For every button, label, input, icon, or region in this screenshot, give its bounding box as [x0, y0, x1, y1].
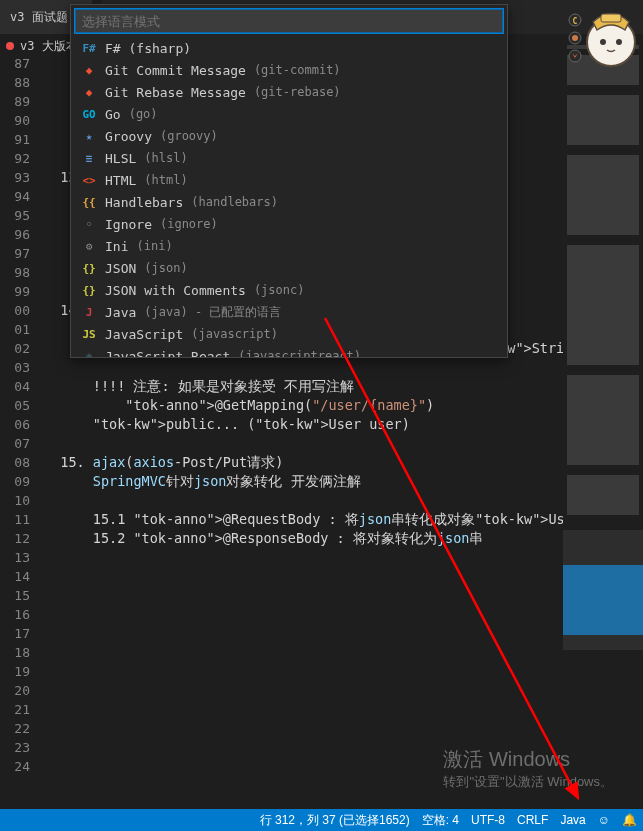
code-line[interactable]: SpringMVC针对json对象转化 开发俩注解 [40, 472, 563, 491]
code-line[interactable] [40, 434, 563, 453]
language-option-hint: (jsonc) [254, 283, 305, 297]
language-option-html[interactable]: <>HTML(html) [71, 169, 507, 191]
line-number: 03 [0, 358, 30, 377]
language-option-hint: (html) [144, 173, 187, 187]
line-number: 96 [0, 225, 30, 244]
language-option-json[interactable]: {}JSON with Comments(jsonc) [71, 279, 507, 301]
json-icon: {} [81, 282, 97, 298]
git-icon: ◆ [81, 62, 97, 78]
ignore-icon: ◦ [81, 216, 97, 232]
line-number: 92 [0, 149, 30, 168]
line-number: 93 [0, 168, 30, 187]
language-option-hint: (javascript) [191, 327, 278, 341]
language-option-hint: (java) - 已配置的语言 [144, 304, 281, 321]
line-number: 20 [0, 681, 30, 700]
notifications-bell-icon[interactable]: 🔔 [616, 809, 643, 831]
status-bar: 行 312，列 37 (已选择1652) 空格: 4 UTF-8 CRLF Ja… [0, 809, 643, 831]
code-line[interactable] [40, 358, 563, 377]
line-number: 89 [0, 92, 30, 111]
code-line[interactable]: "tok-anno">@GetMapping("/user/{name}") [40, 396, 563, 415]
code-line[interactable]: 15.2 "tok-anno">@ResponseBody : 将对象转化为js… [40, 529, 563, 548]
language-option-hlsl[interactable]: ≡HLSL(hlsl) [71, 147, 507, 169]
code-line[interactable]: 15.1 "tok-anno">@RequestBody : 将json串转化成… [40, 510, 563, 529]
watermark-title: 激活 Windows [443, 746, 613, 773]
language-picker-list: F#F# (fsharp)◆Git Commit Message(git-com… [71, 37, 507, 357]
line-number: 23 [0, 738, 30, 757]
language-option-handlebars[interactable]: {{Handlebars(handlebars) [71, 191, 507, 213]
language-option-label: JavaScript [105, 327, 183, 342]
language-option-git[interactable]: ◆Git Commit Message(git-commit) [71, 59, 507, 81]
language-option-hint: (git-rebase) [254, 85, 341, 99]
line-number: 01 [0, 320, 30, 339]
line-number: 06 [0, 415, 30, 434]
javascript-icon: JS [81, 326, 97, 342]
language-option-javascript[interactable]: ⚛JavaScript React(javascriptreact) [71, 345, 507, 357]
language-option-java[interactable]: JJava(java) - 已配置的语言 [71, 301, 507, 323]
svg-point-9 [572, 35, 578, 41]
language-option-label: Handlebars [105, 195, 183, 210]
status-cursor-position[interactable]: 行 312，列 37 (已选择1652) [254, 809, 416, 831]
line-number: 02 [0, 339, 30, 358]
language-option-hint: (ignore) [160, 217, 218, 231]
line-number: 11 [0, 510, 30, 529]
line-number: 98 [0, 263, 30, 282]
minimap[interactable] [563, 35, 643, 809]
status-language-mode[interactable]: Java [554, 809, 591, 831]
line-number: 22 [0, 719, 30, 738]
code-line[interactable]: 15. ajax(axios-Post/Put请求) [40, 453, 563, 472]
language-option-hint: (groovy) [160, 129, 218, 143]
code-line[interactable] [40, 548, 563, 567]
go-icon: GO [81, 106, 97, 122]
language-option-label: Git Rebase Message [105, 85, 246, 100]
language-option-hint: (ini) [136, 239, 172, 253]
language-option-json[interactable]: {}JSON(json) [71, 257, 507, 279]
svg-text:C: C [573, 17, 578, 26]
javascript-icon: ⚛ [81, 348, 97, 357]
language-option-go[interactable]: GOGo(go) [71, 103, 507, 125]
line-number: 24 [0, 757, 30, 776]
language-option-hint: (go) [129, 107, 158, 121]
status-encoding[interactable]: UTF-8 [465, 809, 511, 831]
line-number: 88 [0, 73, 30, 92]
breadcrumb: v3 大版本 [0, 35, 78, 57]
language-option-groovy[interactable]: ★Groovy(groovy) [71, 125, 507, 147]
avatar-mascot: C [563, 0, 643, 80]
language-option-javascript[interactable]: JSJavaScript(javascript) [71, 323, 507, 345]
line-number: 07 [0, 434, 30, 453]
language-option-label: JavaScript React [105, 349, 230, 358]
language-option-ignore[interactable]: ◦Ignore(ignore) [71, 213, 507, 235]
line-number: 13 [0, 548, 30, 567]
language-option-label: HLSL [105, 151, 136, 166]
language-option-label: Ini [105, 239, 128, 254]
status-eol[interactable]: CRLF [511, 809, 554, 831]
code-line[interactable]: "tok-kw">public... ("tok-kw">User user) [40, 415, 563, 434]
language-option-ini[interactable]: ⚙Ini(ini) [71, 235, 507, 257]
line-number: 05 [0, 396, 30, 415]
line-number: 17 [0, 624, 30, 643]
language-option-hint: (hlsl) [144, 151, 187, 165]
language-option-label: Ignore [105, 217, 152, 232]
language-picker-input[interactable] [75, 9, 503, 33]
language-option-f#[interactable]: F#F# (fsharp) [71, 37, 507, 59]
java-icon: J [81, 304, 97, 320]
line-number: 21 [0, 700, 30, 719]
line-number: 94 [0, 187, 30, 206]
line-number: 19 [0, 662, 30, 681]
line-number: 95 [0, 206, 30, 225]
code-line[interactable] [40, 491, 563, 510]
feedback-icon[interactable]: ☺ [592, 809, 616, 831]
line-number: 91 [0, 130, 30, 149]
line-number: 97 [0, 244, 30, 263]
line-number: 16 [0, 605, 30, 624]
language-option-git[interactable]: ◆Git Rebase Message(git-rebase) [71, 81, 507, 103]
line-gutter: 8687888990919293949596979899000102030405… [0, 35, 40, 809]
code-line[interactable]: !!!! 注意: 如果是对象接受 不用写注解 [40, 377, 563, 396]
json-icon: {} [81, 260, 97, 276]
status-indentation[interactable]: 空格: 4 [416, 809, 465, 831]
language-option-label: Groovy [105, 129, 152, 144]
language-option-label: JSON with Comments [105, 283, 246, 298]
language-option-hint: (json) [144, 261, 187, 275]
language-option-label: F# (fsharp) [105, 41, 191, 56]
handlebars-icon: {{ [81, 194, 97, 210]
language-option-hint: (javascriptreact) [238, 349, 361, 357]
